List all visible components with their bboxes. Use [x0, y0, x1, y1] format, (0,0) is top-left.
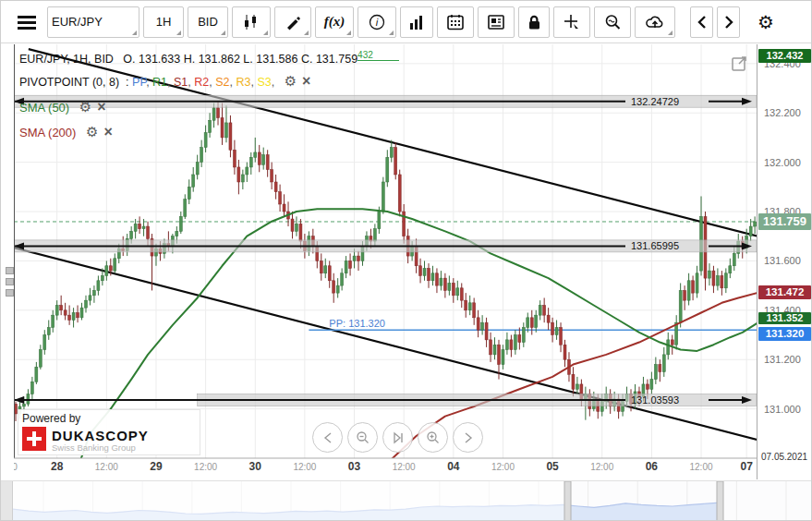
pivot-level-r1: R1: [152, 76, 174, 89]
calendar-button[interactable]: [437, 6, 474, 38]
sma200-settings-gear-icon[interactable]: ⚙: [86, 124, 98, 139]
time-label-day: 28: [51, 460, 64, 473]
toolbar: EUR/JPY 1H BID f(x) i: [1, 1, 812, 43]
menu-button[interactable]: [10, 6, 43, 38]
price-axis[interactable]: 07.05.2021 132.400132.200132.000131.8001…: [757, 44, 812, 479]
info-button[interactable]: i: [358, 6, 396, 38]
time-label-day: 30: [249, 460, 262, 473]
cloud-upload-icon: [645, 14, 665, 30]
time-label-day: 06: [646, 460, 659, 473]
time-label-hour: 12:00: [690, 462, 713, 472]
close-fraction: 432: [358, 50, 399, 61]
branding-block: Powered by DUKASCOPY Swiss Banking Group: [18, 409, 200, 455]
zoom-button[interactable]: [594, 6, 631, 38]
svg-text:i: i: [376, 17, 379, 28]
navigator-unselected-mask: [13, 481, 567, 521]
price-tick: 131.200: [764, 354, 801, 365]
chart-type-button[interactable]: [232, 6, 271, 38]
gear-icon: ⚙: [757, 13, 774, 31]
timeframe-label: 1H: [152, 15, 176, 29]
price-level-131.03593: 131.03593: [14, 394, 757, 406]
time-label-day: 04: [447, 460, 460, 473]
triangle-right-icon: [462, 431, 475, 444]
pan-right-button[interactable]: [453, 422, 483, 453]
price-tick: 132.200: [764, 107, 801, 118]
magnifier-plus-icon: [426, 430, 440, 444]
sma50-row: SMA (50) ⚙×: [19, 99, 106, 115]
pivot-pp-label: PP: 131.320: [329, 318, 385, 329]
pivot-level-r3: R3: [236, 76, 257, 89]
low-value: 131.586: [256, 53, 297, 66]
draw-tools-button[interactable]: [274, 6, 311, 38]
sma50-label: SMA (50): [19, 101, 69, 115]
time-label-day: 03: [348, 460, 361, 473]
price-tick: 131.000: [764, 404, 801, 415]
bar-chart-icon: [409, 15, 424, 30]
pencil-icon: [285, 14, 301, 30]
sma200-remove-icon[interactable]: ×: [104, 124, 113, 139]
instrument-selector[interactable]: EUR/JPY: [47, 6, 139, 38]
price-badge: 131.352: [758, 312, 811, 324]
navigator-left-edge-bar[interactable]: [1, 481, 13, 521]
left-edge-drag-handle[interactable]: [6, 267, 14, 300]
time-label-hour: 12:00: [293, 462, 316, 472]
time-label-day: 05: [546, 460, 559, 473]
chart-navigation-buttons: [312, 422, 483, 453]
pivot-level-s2: S2: [215, 76, 236, 89]
fx-label: f(x): [321, 14, 349, 30]
sma200-label: SMA (200): [19, 126, 76, 139]
price-badge: 132.432: [758, 49, 811, 63]
chart-navigator: [1, 480, 812, 521]
pivot-level-s3: S3: [257, 76, 277, 89]
export-button[interactable]: [635, 6, 675, 38]
price-side-selector[interactable]: BID: [188, 6, 228, 38]
chevron-right-icon: [724, 16, 733, 29]
price-badge: 131.320: [758, 327, 811, 341]
time-label-day: 07: [741, 460, 754, 473]
pivot-level-r2: R2: [194, 76, 215, 89]
open-value: 131.633: [139, 53, 180, 66]
zoom-out-button[interactable]: [347, 422, 378, 453]
ohlc-header: EUR/JPY, 1H, BID O. 131.633 H. 131.862 L…: [19, 50, 399, 66]
detach-chart-icon[interactable]: [732, 55, 747, 71]
candlestick-icon: [242, 14, 261, 30]
close-value: 131.759: [316, 53, 358, 66]
pivot-settings-gear-icon[interactable]: ⚙: [285, 73, 297, 89]
pivot-indicator-name: PIVOTPOINT (0, 8): [19, 76, 119, 89]
lock-button[interactable]: [518, 6, 550, 38]
sma50-remove-icon[interactable]: ×: [97, 99, 105, 115]
time-label-hour: 12:00: [590, 462, 613, 472]
pivot-remove-icon[interactable]: ×: [302, 73, 310, 89]
navigator-left-handle[interactable]: [564, 481, 571, 521]
sma200-row: SMA (200) ⚙×: [19, 124, 113, 140]
scroll-right-button[interactable]: [717, 6, 740, 38]
navigator-right-handle[interactable]: [717, 481, 723, 521]
price-tick: 132.000: [764, 157, 801, 168]
time-label-hour: 12:00: [194, 462, 217, 472]
zoom-in-button[interactable]: [418, 422, 448, 453]
hamburger-icon: [17, 15, 37, 30]
functions-button[interactable]: f(x): [315, 6, 354, 38]
lock-icon: [526, 14, 542, 30]
pivot-level-pp: PP: [132, 76, 152, 89]
navigator-canvas[interactable]: [13, 481, 812, 521]
calendar-icon: [447, 14, 464, 30]
info-icon: i: [369, 14, 385, 30]
time-label-day: 29: [150, 460, 163, 473]
time-label-hour: 12:00: [95, 462, 118, 472]
svg-text:131.65995: 131.65995: [631, 240, 679, 251]
news-button[interactable]: [478, 6, 515, 38]
price-level-131.65995: 131.65995: [14, 240, 757, 252]
price-badge: 131.759: [758, 213, 811, 230]
magnifier-icon: [604, 14, 621, 30]
go-to-latest-button[interactable]: [382, 422, 413, 453]
settings-button[interactable]: ⚙: [753, 6, 779, 38]
volume-button[interactable]: [400, 6, 433, 38]
pan-left-button[interactable]: [312, 422, 343, 453]
crosshair-button[interactable]: [553, 6, 590, 38]
price-badge: 131.472: [758, 285, 811, 299]
timeframe-selector[interactable]: 1H: [143, 6, 184, 38]
sma50-settings-gear-icon[interactable]: ⚙: [79, 99, 91, 115]
triangle-left-icon: [321, 431, 334, 444]
scroll-left-button[interactable]: [690, 6, 713, 38]
